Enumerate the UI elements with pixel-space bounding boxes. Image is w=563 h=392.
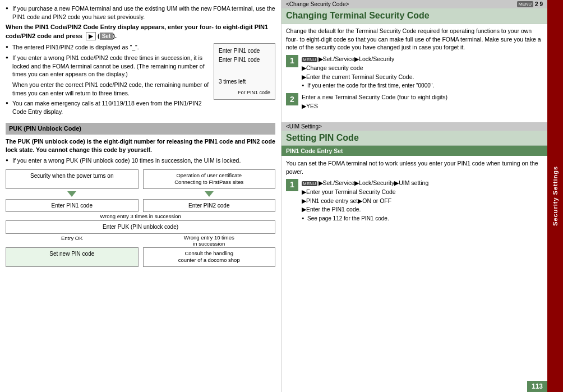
entry-ok-label: Entry OK <box>6 234 139 247</box>
uim-section: <UIM Setting> Setting PIN Code PIN1 Code… <box>282 122 547 229</box>
step1-number: 1 <box>286 55 298 67</box>
step2-content: Enter a new Terminal Security Code (four… <box>302 93 447 111</box>
uim-body: You can set the FOMA terminal not to wor… <box>282 156 547 229</box>
puk-bold: The PUK (PIN unblock code) is the eight-… <box>6 137 275 154</box>
change-security-title: Changing Terminal Security Code <box>282 8 547 24</box>
menu-icon: MENU <box>517 1 534 7</box>
uim-step1-content: MENU▶Set./Service▶Lock/Security▶UIM sett… <box>302 179 428 223</box>
step1-sub: If you enter the code for the first time… <box>302 81 434 90</box>
bullet-item-3: If you enter a wrong PIN1 code/PIN2 code… <box>6 54 209 79</box>
right-panel: <Change Security Code> MENU 2 9 Changing… <box>282 0 563 392</box>
bullet-item-1: If you purchase a new FOMA terminal and … <box>6 4 275 21</box>
flow-diagram: Security when the power turns on Operati… <box>6 169 275 266</box>
change-security-header: <Change Security Code> MENU 2 9 <box>282 0 547 8</box>
step2-container: 2 Enter a new Terminal Security Code (fo… <box>286 93 543 111</box>
wrong-entry-label: Wrong entry 3 times in succession <box>6 213 275 220</box>
sidebar-label: Security Settings <box>547 0 563 392</box>
uim-header: <UIM Setting> <box>282 122 547 131</box>
flow-box-consult: Consult the handlingcounter of a docomo … <box>143 247 276 267</box>
uim-step1-container: 1 MENU▶Set./Service▶Lock/Security▶UIM se… <box>286 179 543 223</box>
menu-number: 2 9 <box>535 1 543 7</box>
flow-box-certificate: Operation of user certificateConnecting … <box>143 169 276 189</box>
page-number: 113 <box>527 381 547 392</box>
step1-content: MENU▶Set./Service▶Lock/Security ▶Change … <box>302 55 434 90</box>
menu-badge: MENU 2 9 <box>517 1 543 7</box>
puk-bullet: If you enter a wrong PUK (PIN unblock co… <box>6 156 275 165</box>
left-panel: If you purchase a new FOMA terminal and … <box>0 0 282 392</box>
flow-box-pin2: Enter PIN2 code <box>143 199 276 212</box>
change-security-body: Change the default for the Terminal Secu… <box>282 24 547 118</box>
puk-header: PUK (PIN Unblock Code) <box>6 123 275 135</box>
set-label: Set <box>100 33 113 40</box>
flow-arrow-2 <box>143 189 276 199</box>
bullet-item-4: You can make emergency calls at 110/119/… <box>6 99 209 116</box>
step1-container: 1 MENU▶Set./Service▶Lock/Security ▶Chang… <box>286 55 543 90</box>
pin-entry-instruction: When the PIN1 Code/PIN2 Code Entry displ… <box>6 23 275 40</box>
flow-box-puk: Enter PUK (PIN unblock code) <box>6 220 275 234</box>
uim-title: Setting PIN Code <box>282 131 547 146</box>
set-button-inline: ▶ <box>86 32 96 40</box>
flow-box-setnew: Set new PIN code <box>6 247 139 267</box>
flow-arrow-1 <box>6 189 139 199</box>
menu-inline-1: MENU <box>302 57 317 62</box>
wrong10-label: Wrong entry 10 timesin succession <box>143 234 276 247</box>
flow-box-pin1: Enter PIN1 code <box>6 199 139 212</box>
right-content: <Change Security Code> MENU 2 9 Changing… <box>282 0 547 229</box>
pin1-subheader: PIN1 Code Entry Set <box>282 146 547 156</box>
pin-code-example: Enter PIN1 code Enter PIN1 code 3 times … <box>214 43 275 100</box>
bullet-item-2: The entered PIN1/PIN2 code is displayed … <box>6 43 209 52</box>
menu-inline-2: MENU <box>302 181 317 186</box>
uim-step1-sub: See page 112 for the PIN1 code. <box>302 214 428 223</box>
uim-step1-number: 1 <box>286 179 298 191</box>
flow-box-security: Security when the power turns on <box>6 169 139 189</box>
bullet-item-3-cont: When you enter the correct PIN1 code/PIN… <box>6 81 209 97</box>
step2-number: 2 <box>286 93 298 105</box>
